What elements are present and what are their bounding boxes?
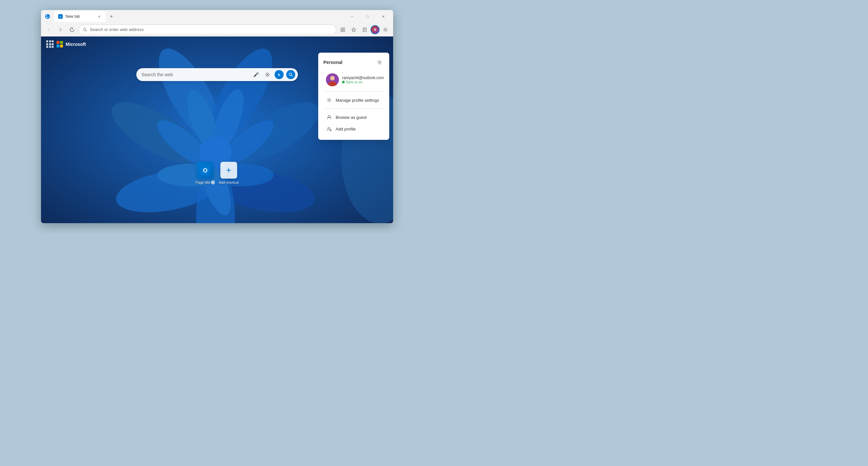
svg-point-11 <box>385 29 386 30</box>
favorites-button[interactable] <box>348 25 359 35</box>
active-tab[interactable]: e New tab ✕ <box>54 11 105 22</box>
profile-account-item[interactable]: ramyachit@outlook.com Sync is on <box>323 71 384 89</box>
shortcuts-area: O Page title i + Add shortcut <box>195 162 239 184</box>
visual-search-button[interactable] <box>263 70 272 79</box>
svg-rect-3 <box>341 28 342 29</box>
shortcut-page-title[interactable]: O Page title i <box>195 162 215 184</box>
microsoft-text: Microsoft <box>66 42 86 47</box>
add-profile-icon <box>326 126 332 132</box>
svg-point-40 <box>330 76 335 81</box>
profile-email: ramyachit@outlook.com <box>342 75 384 80</box>
profile-button[interactable]: R <box>371 25 379 34</box>
search-placeholder-text: Search the web <box>142 72 249 77</box>
minimize-button[interactable]: ─ <box>345 11 360 22</box>
svg-point-44 <box>328 127 330 129</box>
svg-point-35 <box>289 73 292 75</box>
browser-content: Microsoft Search the web 🎤 b <box>41 36 393 223</box>
bing-search-button[interactable]: b <box>275 70 284 79</box>
svg-text:e: e <box>60 15 61 18</box>
extensions-button[interactable] <box>338 25 348 35</box>
back-button[interactable] <box>43 25 54 35</box>
toolbar: Search or enter web address R <box>41 23 393 36</box>
close-button[interactable]: ✕ <box>376 11 391 22</box>
browse-guest-item[interactable]: Browse as guest <box>323 112 384 123</box>
microsoft-logo[interactable]: Microsoft <box>57 41 86 48</box>
manage-profile-item[interactable]: Manage profile settings <box>323 94 384 106</box>
profile-settings-button[interactable] <box>375 58 384 67</box>
add-profile-item[interactable]: Add profile <box>323 123 384 135</box>
tab-close-button[interactable]: ✕ <box>97 14 102 19</box>
profile-avatar <box>326 73 339 86</box>
browser-window: e New tab ✕ + ─ □ ✕ Se <box>41 10 393 223</box>
svg-rect-6 <box>343 30 345 32</box>
address-text: Search or enter web address <box>90 27 332 32</box>
dropdown-divider-1 <box>323 91 384 92</box>
new-tab-page: Microsoft Search the web 🎤 b <box>41 36 393 223</box>
collections-button[interactable] <box>360 25 370 35</box>
profile-info: ramyachit@outlook.com Sync is on <box>342 75 384 84</box>
svg-point-42 <box>329 99 330 101</box>
add-shortcut-icon: + <box>220 162 237 179</box>
maximize-button[interactable]: □ <box>360 11 375 22</box>
svg-point-38 <box>379 62 380 63</box>
manage-profile-icon <box>326 97 332 103</box>
title-bar: e New tab ✕ + ─ □ ✕ <box>41 10 393 23</box>
shortcut-page-title-label: Page title i <box>195 181 215 184</box>
edge-icon <box>43 12 51 20</box>
tab-title: New tab <box>66 14 94 19</box>
profile-dropdown: Personal ramyachit@outlook.com <box>318 53 389 140</box>
profile-title: Personal <box>323 60 342 65</box>
svg-text:O: O <box>203 167 207 174</box>
grid-menu-button[interactable] <box>46 40 54 48</box>
window-controls: ─ □ ✕ <box>345 11 391 22</box>
sync-dot <box>342 81 345 83</box>
new-tab-topbar: Microsoft <box>41 36 393 52</box>
shortcut-add[interactable]: + Add shortcut <box>219 162 239 184</box>
voice-search-button[interactable]: 🎤 <box>251 70 260 79</box>
refresh-button[interactable] <box>67 25 77 35</box>
sync-label: Sync is on <box>346 80 363 84</box>
browse-guest-icon <box>326 114 332 120</box>
svg-point-30 <box>267 74 268 75</box>
search-box[interactable]: Search the web 🎤 b <box>136 68 298 81</box>
outlook-icon: O <box>197 162 214 179</box>
settings-button[interactable] <box>380 25 391 35</box>
tab-favicon: e <box>58 14 63 19</box>
svg-rect-5 <box>341 30 342 32</box>
search-box-container: Search the web 🎤 b <box>136 68 298 81</box>
info-icon[interactable]: i <box>211 181 215 184</box>
address-bar[interactable]: Search or enter web address <box>79 25 336 35</box>
search-go-button[interactable] <box>286 70 295 79</box>
svg-rect-4 <box>343 28 345 29</box>
dropdown-divider-2 <box>323 108 384 109</box>
browse-guest-label: Browse as guest <box>336 115 367 120</box>
toolbar-actions: R <box>338 25 391 35</box>
profile-dropdown-header: Personal <box>323 58 384 67</box>
manage-profile-label: Manage profile settings <box>336 98 379 103</box>
forward-button[interactable] <box>55 25 66 35</box>
new-tab-button[interactable]: + <box>107 12 116 21</box>
add-profile-label: Add profile <box>336 127 356 131</box>
sync-status: Sync is on <box>342 80 384 84</box>
search-icon <box>83 27 87 32</box>
add-shortcut-label: Add shortcut <box>219 181 239 184</box>
